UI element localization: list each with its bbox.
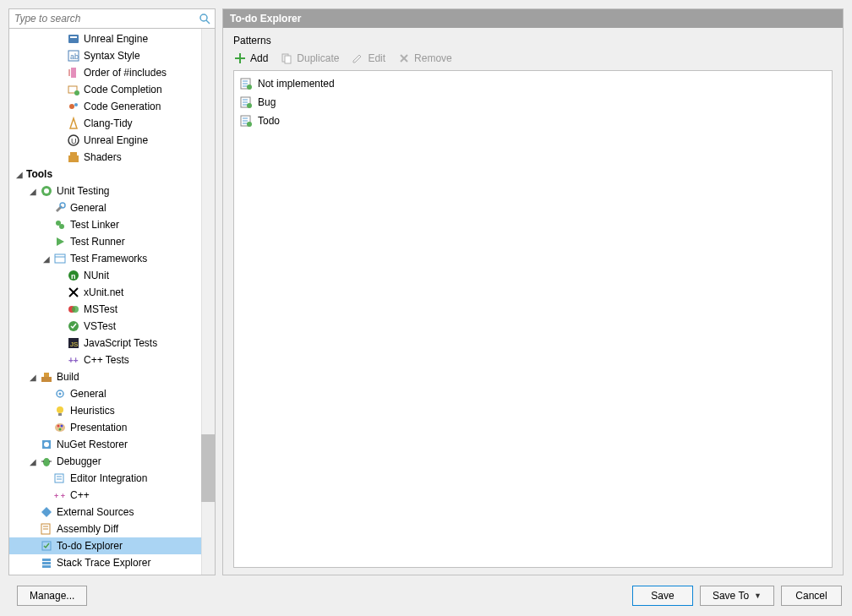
build-icon xyxy=(40,370,53,384)
tree-item[interactable]: Code Completion xyxy=(9,81,215,98)
svg-point-9 xyxy=(74,103,78,106)
tree-item[interactable]: General xyxy=(9,385,215,402)
tree-item[interactable]: Heuristics xyxy=(9,402,215,419)
tree-item[interactable]: Test Linker xyxy=(9,216,215,233)
tree-item[interactable]: + +C++ xyxy=(9,487,215,504)
editor-icon xyxy=(53,472,67,485)
tree-item[interactable]: NuGet Restorer xyxy=(9,436,215,453)
tree-item[interactable]: ◢Unit Testing xyxy=(9,183,215,199)
palette-icon xyxy=(53,421,67,434)
add-button[interactable]: Add xyxy=(233,52,268,65)
save-button[interactable]: Save xyxy=(632,586,693,606)
add-label: Add xyxy=(250,52,268,64)
tree-item[interactable]: MSTest xyxy=(9,301,215,318)
save-to-label: Save To xyxy=(713,590,749,602)
tree-item[interactable]: Presentation xyxy=(9,419,215,436)
svg-text:ab: ab xyxy=(70,52,79,61)
tree-item[interactable]: General xyxy=(9,199,215,216)
search-icon xyxy=(198,12,211,25)
runner-icon xyxy=(53,235,67,248)
page-title: To-do Explorer xyxy=(223,9,843,28)
svg-rect-58 xyxy=(235,57,245,59)
tree-item[interactable]: ◢Tools xyxy=(9,166,215,183)
tree-item-label: Presentation xyxy=(70,422,127,433)
cppplus-icon: + + xyxy=(53,488,67,502)
frameworks-icon xyxy=(53,252,67,265)
tree-item[interactable]: Test Runner xyxy=(9,233,215,250)
patterns-label: Patterns xyxy=(233,35,833,46)
wrench-icon xyxy=(53,201,67,215)
duplicate-label: Duplicate xyxy=(297,52,339,64)
x-icon xyxy=(397,52,411,65)
tree-item-label: VSTest xyxy=(84,320,116,332)
tree-item-label: Order of #includes xyxy=(84,67,167,79)
stack-icon xyxy=(40,556,53,570)
tree-item[interactable]: Shaders xyxy=(9,149,215,166)
tree-item[interactable]: abSyntax Style xyxy=(9,47,215,64)
tree-item-label: NUnit xyxy=(84,270,109,281)
tree-item[interactable]: To-do Explorer xyxy=(9,537,215,554)
cancel-button[interactable]: Cancel xyxy=(781,586,842,606)
expander-icon[interactable]: ◢ xyxy=(28,372,38,382)
search-input[interactable] xyxy=(9,11,198,26)
scrollbar-thumb[interactable] xyxy=(201,434,215,502)
tree-item[interactable]: UUnreal Engine xyxy=(9,132,215,149)
tree-item[interactable]: Editor Integration xyxy=(9,470,215,487)
svg-rect-12 xyxy=(68,155,79,162)
svg-point-35 xyxy=(57,406,63,413)
tree-item[interactable]: nNUnit xyxy=(9,267,215,284)
scrollbar[interactable] xyxy=(201,29,215,575)
tree-item[interactable]: Order of #includes xyxy=(9,64,215,81)
svg-point-15 xyxy=(44,188,49,194)
tree-item[interactable]: xUnit.net xyxy=(9,284,215,301)
save-to-button[interactable]: Save To ▼ xyxy=(700,586,774,606)
edit-button[interactable]: Edit xyxy=(351,52,385,65)
tree-item[interactable]: Assembly Diff xyxy=(9,521,215,537)
remove-button[interactable]: Remove xyxy=(397,52,452,65)
svg-text:JS: JS xyxy=(70,341,78,348)
todo-icon xyxy=(40,539,53,553)
tree-item[interactable]: JSJavaScript Tests xyxy=(9,335,215,352)
svg-point-0 xyxy=(200,14,207,21)
pattern-item[interactable]: Bug xyxy=(238,93,828,112)
svg-rect-19 xyxy=(55,254,65,263)
svg-point-26 xyxy=(72,306,79,313)
tree-item-label: Build xyxy=(57,371,79,383)
tree-item[interactable]: ◢Build xyxy=(9,368,215,385)
pattern-label: Not implemented xyxy=(258,78,335,90)
expander-icon[interactable]: ◢ xyxy=(14,169,25,179)
expander-icon[interactable]: ◢ xyxy=(41,253,52,264)
pattern-item[interactable]: Not implemented xyxy=(238,74,828,93)
search-box[interactable] xyxy=(8,8,216,29)
generation-icon xyxy=(67,100,80,113)
tree-item-label: Tools xyxy=(26,168,52,180)
tree-item-label: Editor Integration xyxy=(70,472,147,484)
footer: Manage... Save Save To ▼ Cancel xyxy=(0,575,852,616)
tree-item[interactable]: ++C++ Tests xyxy=(9,352,215,368)
tree-item[interactable]: Code Generation xyxy=(9,98,215,115)
expander-icon[interactable]: ◢ xyxy=(28,456,38,466)
tree-item[interactable]: Unreal Engine xyxy=(9,30,215,47)
svg-rect-46 xyxy=(55,474,63,482)
pattern-list[interactable]: Not implementedBugTodo xyxy=(233,70,833,568)
duplicate-button[interactable]: Duplicate xyxy=(280,52,339,65)
svg-rect-60 xyxy=(285,56,291,63)
tree-item-label: xUnit.net xyxy=(84,286,123,298)
linker-icon xyxy=(53,218,67,232)
tree-item[interactable]: Stack Trace Explorer xyxy=(9,554,215,571)
mstest-icon xyxy=(67,303,80,316)
tree-item-label: Test Linker xyxy=(70,219,119,231)
pattern-item[interactable]: Todo xyxy=(238,112,828,130)
gear-icon xyxy=(53,387,67,401)
svg-point-34 xyxy=(59,393,62,395)
svg-rect-32 xyxy=(44,373,49,377)
settings-tree[interactable]: Unreal EngineabSyntax StyleOrder of #inc… xyxy=(8,29,216,575)
manage-button[interactable]: Manage... xyxy=(17,586,87,606)
tree-item[interactable]: ◢Debugger xyxy=(9,453,215,470)
svg-text:+ +: + + xyxy=(54,492,65,500)
tree-item[interactable]: ◢Test Frameworks xyxy=(9,250,215,267)
tree-item[interactable]: VSTest xyxy=(9,318,215,335)
tree-item[interactable]: Clang-Tidy xyxy=(9,115,215,132)
tree-item[interactable]: External Sources xyxy=(9,504,215,521)
expander-icon[interactable]: ◢ xyxy=(28,186,38,196)
